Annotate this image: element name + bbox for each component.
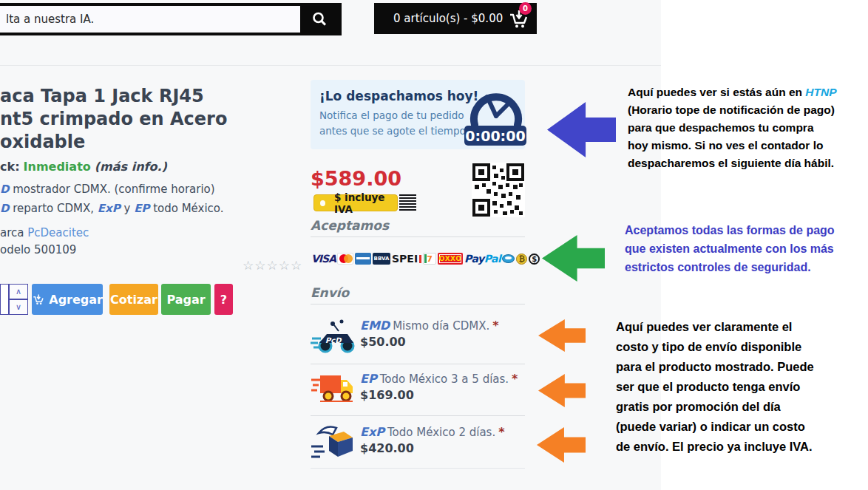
brand-link[interactable]: PcDeacitec bbox=[27, 226, 89, 239]
annotation-line: (puede variar) o indicar un costo bbox=[616, 417, 814, 437]
annotation-line: ser que el producto tenga envío bbox=[616, 377, 814, 397]
oxxo-icon: OXXO bbox=[438, 253, 463, 265]
visa-icon: VISA bbox=[311, 253, 336, 265]
exp-flying-parcel-icon bbox=[310, 421, 356, 461]
shipping-code-ep: EP bbox=[360, 372, 377, 386]
shipping-desc: Mismo día CDMX. bbox=[393, 319, 489, 333]
page-root: 0 artículo(s) - $0.00 0 aca Tapa 1 Jack … bbox=[0, 0, 868, 490]
stock-status: ck:Inmediato(más info.) bbox=[0, 160, 167, 174]
svg-text:PcD: PcD bbox=[325, 336, 342, 344]
brand-label: arca bbox=[0, 226, 27, 239]
divider bbox=[311, 364, 525, 364]
annotation-line: Aquí puedes ver claramente el bbox=[616, 317, 814, 337]
search-button[interactable] bbox=[300, 6, 339, 33]
spei-red-bar bbox=[419, 255, 421, 263]
annotation-line: que existen actualmente con los más bbox=[625, 239, 835, 258]
delivery-text: mostrador CDMX. (confirme horario) bbox=[9, 183, 214, 196]
add-to-cart-label: Agregar bbox=[49, 293, 103, 307]
dispatch-text-line: Notifica el pago de tu pedido bbox=[319, 109, 464, 121]
qr-code bbox=[472, 163, 525, 217]
divider bbox=[311, 415, 525, 416]
annotation-payments-text: Aceptamos todas las formas de pago que e… bbox=[625, 221, 835, 276]
shipping-desc: Todo México 3 a 5 días. bbox=[380, 372, 509, 386]
shipping-option-label: EMDMismo día CDMX.* bbox=[360, 319, 499, 333]
shipping-asterisk: * bbox=[498, 425, 504, 439]
add-to-cart-button[interactable]: Agregar bbox=[32, 284, 103, 315]
delivery-line-2: D reparto CDMX, ExP y EP todo México. bbox=[0, 202, 224, 215]
barcode-decoration bbox=[399, 194, 416, 211]
quantity-input[interactable] bbox=[0, 284, 9, 315]
amex-icon bbox=[355, 253, 371, 265]
divider bbox=[311, 304, 525, 304]
shipping-price: $50.00 bbox=[360, 335, 406, 349]
stock-value: Inmediato bbox=[24, 160, 91, 174]
emd-motorcycle-icon: PcD bbox=[311, 316, 356, 355]
annotation-line: de envío. El precio ya incluye IVA. bbox=[616, 437, 814, 457]
accept-heading: Aceptamos bbox=[311, 218, 389, 233]
annotation-line: (Horario tope de notificación de pago) bbox=[628, 101, 837, 119]
shipping-code: D bbox=[0, 183, 9, 196]
spei-icon: SPEI bbox=[392, 253, 421, 265]
search-icon bbox=[311, 11, 328, 27]
iva-included-badge: $ incluye IVA bbox=[313, 194, 398, 211]
product-title-line: aca Tapa 1 Jack RJ45 bbox=[0, 85, 227, 108]
countdown-timer: 0:00:00 bbox=[464, 126, 526, 146]
seven-eleven-icon: 7 bbox=[423, 253, 436, 265]
divider bbox=[311, 237, 525, 237]
product-title-line: nt5 crimpado en Acero bbox=[0, 108, 227, 131]
star-rating[interactable]: ☆☆☆☆☆ bbox=[243, 258, 302, 273]
annotation-line: para que despachemos tu compra bbox=[628, 119, 837, 137]
search-bar bbox=[0, 3, 342, 35]
model-line: odelo 500109 bbox=[0, 243, 76, 256]
ep-truck-icon bbox=[311, 370, 356, 404]
cart-badge: 0 bbox=[519, 2, 532, 15]
shipping-heading: Envío bbox=[311, 285, 349, 300]
search-input[interactable] bbox=[0, 6, 300, 33]
annotation-line: Aquí puedes ver si estás aún en HTNP bbox=[628, 84, 837, 101]
annotation-line: gratis por promoción del día bbox=[616, 397, 814, 417]
mercado-pago-icon bbox=[502, 254, 515, 263]
quantity-down-button[interactable]: ∨ bbox=[9, 299, 28, 315]
divider bbox=[311, 468, 525, 469]
quote-button[interactable]: Cotizar bbox=[109, 284, 158, 315]
annotation-line: despacharemos el siguiente día hábil. bbox=[628, 154, 837, 172]
payment-methods-row: VISA BBVA SPEI 7 OXXO PayPal ₿ $ bbox=[311, 249, 527, 268]
quantity-stepper: ∧ ∨ bbox=[9, 284, 28, 315]
annotation-htnp-text: Aquí puedes ver si estás aún en HTNP (Ho… bbox=[628, 84, 837, 172]
paypal-pal: Pal bbox=[484, 253, 501, 265]
shipping-price: $420.00 bbox=[360, 441, 414, 455]
paypal-icon: PayPal bbox=[464, 253, 501, 265]
annotation-shipping-text: Aquí puedes ver claramente el costo y ti… bbox=[616, 317, 814, 457]
annotation-line: hoy mismo. Si no ves el contador lo bbox=[628, 137, 837, 154]
dispatch-title: ¡Lo despachamos hoy! bbox=[319, 89, 478, 103]
stock-more-info-link[interactable]: (más info.) bbox=[95, 160, 167, 174]
mastercard-orange-circle bbox=[344, 254, 353, 263]
paypal-pay: Pay bbox=[464, 253, 484, 265]
product-title: aca Tapa 1 Jack RJ45 nt5 crimpado en Ace… bbox=[0, 85, 227, 154]
dollar-coin-icon: $ bbox=[529, 253, 540, 265]
stock-label: ck: bbox=[0, 160, 20, 174]
htnp-highlight: HTNP bbox=[805, 86, 836, 98]
shipping-asterisk: * bbox=[512, 372, 518, 386]
cart-total-text: 0 artículo(s) - $0.00 bbox=[393, 12, 503, 25]
pay-button[interactable]: Pagar bbox=[161, 284, 211, 315]
product-price: $589.00 bbox=[311, 167, 401, 190]
annotation-line: costo y tipo de envío disponible bbox=[616, 337, 814, 357]
shipping-code-exp: ExP bbox=[360, 425, 384, 439]
delivery-text: reparto CDMX, bbox=[9, 202, 97, 215]
shipping-code: D bbox=[0, 202, 9, 215]
shipping-option-label: EPTodo México 3 a 5 días.* bbox=[360, 372, 518, 386]
help-button[interactable]: ? bbox=[214, 284, 233, 315]
bitcoin-icon: ₿ bbox=[516, 253, 527, 265]
spei-label: SPEI bbox=[392, 253, 418, 265]
header-divider bbox=[0, 65, 661, 66]
brand-line: arca PcDeacitec bbox=[0, 226, 89, 239]
annotation-line: para el producto mostrado. Puede bbox=[616, 357, 814, 377]
quantity-up-button[interactable]: ∧ bbox=[9, 284, 28, 299]
shipping-code-ep: EP bbox=[134, 202, 149, 215]
tag-hole-dot bbox=[320, 200, 325, 206]
iva-badge-label: $ incluye IVA bbox=[334, 191, 397, 215]
delivery-text: y bbox=[121, 202, 134, 215]
cart-add-icon bbox=[32, 293, 44, 306]
page-background bbox=[0, 0, 661, 490]
